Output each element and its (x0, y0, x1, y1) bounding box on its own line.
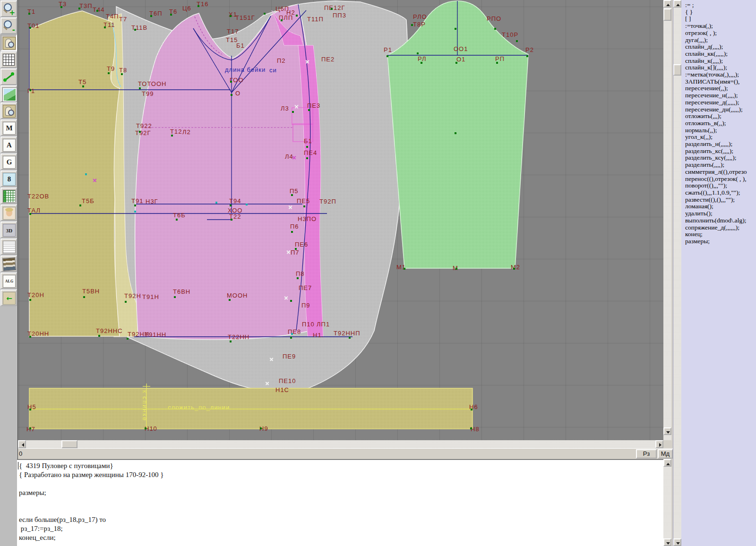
command-item[interactable]: := ; (685, 2, 756, 9)
command-item[interactable]: :=метка(точка(,),,,,); (685, 71, 756, 78)
toolbar-button-list[interactable] (0, 239, 17, 255)
rz-button[interactable]: Рз (636, 449, 657, 459)
point-label: П10 (302, 321, 315, 327)
point-label: си (269, 67, 277, 73)
construction-point (290, 300, 292, 302)
scroll-up-button[interactable] (663, 0, 671, 8)
command-item[interactable]: симметрия_л((),отрезо (685, 169, 756, 176)
command-item[interactable]: ломаная(); (685, 203, 756, 210)
command-item[interactable]: разделить_кс(,,,,); (685, 148, 756, 155)
scroll-down-button[interactable] (663, 538, 671, 546)
construction-point (230, 15, 232, 17)
scroll-down-button[interactable] (663, 427, 671, 435)
command-item[interactable]: отложить(,,,); (685, 113, 756, 120)
command-item[interactable]: выполнить(dmod\.alg); (685, 217, 756, 224)
code-line (17, 479, 663, 488)
command-item[interactable]: удалить(); (685, 210, 756, 217)
toolbar-button-ruler[interactable]: 8 (0, 171, 17, 187)
point-label: Т92Н (124, 293, 141, 299)
editor-vertical-scrollbar[interactable] (663, 459, 671, 546)
command-item[interactable]: сплайн_к[](,,,,); (685, 64, 756, 71)
scroll-left-button[interactable] (18, 440, 26, 448)
scroll-thumb[interactable] (61, 440, 77, 448)
toolbar-button-books[interactable] (0, 256, 17, 272)
panel-vertical-scrollbar[interactable] (673, 0, 681, 546)
canvas-vertical-scrollbar[interactable] (663, 0, 671, 440)
command-item[interactable]: развести((),(),,,""); (685, 196, 756, 204)
point-label: ПЕ10 (279, 378, 296, 384)
code-editor[interactable]: { 4319 Пуловер с пуговицами}{ Разработан… (17, 459, 663, 546)
command-item[interactable]: отложить_в(,,); (685, 120, 756, 127)
scroll-up-button[interactable] (673, 0, 681, 8)
toolbar-button-drafting[interactable]: A (0, 136, 17, 153)
scroll-thumb[interactable] (673, 64, 681, 76)
code-line (17, 506, 663, 515)
command-item[interactable]: пересечение_д(,,,,,); (685, 99, 756, 106)
scroll-up-button[interactable] (663, 459, 671, 467)
command-item[interactable]: сопряжение_д(,,,,,,); (685, 224, 756, 231)
point-label: РПО (487, 16, 501, 22)
point-label: Н5 (27, 404, 36, 410)
toolbar-button-zoom-in[interactable]: + (0, 0, 17, 17)
x-marker (284, 296, 288, 300)
construction-point (455, 62, 457, 64)
toolbar-button-pattern-sheet[interactable] (0, 102, 17, 119)
point-label: Т12 (170, 128, 182, 135)
point-label: Ц6 (182, 5, 191, 11)
drawing-canvas[interactable]: Т1Т01Т3Т3ПТ44Т4ПТ7Т11Т11ВТ6ПТ6Ц6Т16Х1Т15… (18, 0, 663, 440)
toolbar-button-image[interactable] (0, 85, 17, 102)
scroll-down-button[interactable] (673, 538, 681, 546)
command-item[interactable]: конец; (685, 231, 756, 238)
point-label: Т3 (59, 1, 67, 7)
toolbar-button-alg[interactable]: ALG (0, 273, 17, 289)
toolbar-button-portrait[interactable] (0, 205, 17, 221)
command-item[interactable]: сплайн_к(,,,,); (685, 58, 756, 65)
command-item[interactable]: пересечение_н(,,,,); (685, 92, 756, 99)
toolbar-button-pattern-m[interactable]: M (0, 119, 17, 136)
command-item[interactable]: нормаль(,,); (685, 127, 756, 134)
point-label: ПП3 (333, 12, 346, 18)
construction-point (306, 146, 308, 148)
command-item[interactable]: разделить_ксу(,,,,); (685, 154, 756, 162)
command-item[interactable]: пересечение(,,); (685, 85, 756, 92)
toolbar-button-table[interactable] (0, 188, 17, 204)
toolbar-button-exit[interactable]: ← (0, 290, 17, 306)
down-arrow-icon (676, 542, 680, 546)
command-item[interactable]: разделить(,,,,); (685, 162, 756, 169)
point-label: Г1 (27, 88, 35, 94)
marker-point (215, 202, 217, 204)
command-item[interactable]: отрезок( , ); (685, 30, 756, 37)
construction-point (349, 337, 351, 339)
point-label: М2 (511, 264, 520, 270)
toolbar-button-pattern-g[interactable]: G (0, 154, 17, 170)
command-item[interactable]: перенос((),отрезок( , ), (685, 176, 756, 183)
command-item[interactable]: :=точка(,); (685, 23, 756, 30)
command-item[interactable]: дуга(,,,); (685, 37, 756, 44)
toolbar-button-segment[interactable] (0, 68, 17, 85)
toolbar-button-grid[interactable] (0, 51, 17, 68)
command-item[interactable]: ЗАПИСАТЬ(имя=(), (685, 78, 756, 85)
command-item[interactable]: поворот((),,,""); (685, 182, 756, 189)
command-item[interactable]: [ ] (685, 16, 756, 23)
command-item[interactable]: угол_к(,,); (685, 134, 756, 141)
command-item[interactable]: пересечение_дн(,,,,,); (685, 106, 756, 113)
command-item[interactable]: сжать((),,,1.1,0.9,""); (685, 189, 756, 196)
command-item[interactable]: сплайн_д(,,,,); (685, 43, 756, 51)
md-button[interactable]: Мд (658, 449, 673, 459)
construction-point (290, 337, 292, 339)
point-label: Т91НН (145, 332, 166, 338)
grid-icon (3, 54, 15, 66)
command-item[interactable]: разделить_н(,,,,,); (685, 141, 756, 148)
scroll-right-button[interactable] (655, 440, 663, 448)
point-label: Т8 (119, 67, 127, 73)
command-item[interactable]: сплайн_кк(,,,,,); (685, 51, 756, 58)
toolbar-button-zoom-out[interactable]: - (0, 17, 17, 34)
command-item[interactable]: { } (685, 9, 756, 16)
toolbar-button-3d[interactable]: 3D (0, 222, 17, 238)
toolbar-button-view-pattern[interactable] (0, 34, 17, 51)
scroll-thumb[interactable] (663, 9, 671, 21)
point-label: П6 (290, 223, 299, 230)
point-label: к спинке (142, 390, 148, 421)
canvas-horizontal-scrollbar[interactable] (18, 440, 663, 448)
command-item[interactable]: размеры; (685, 238, 756, 245)
